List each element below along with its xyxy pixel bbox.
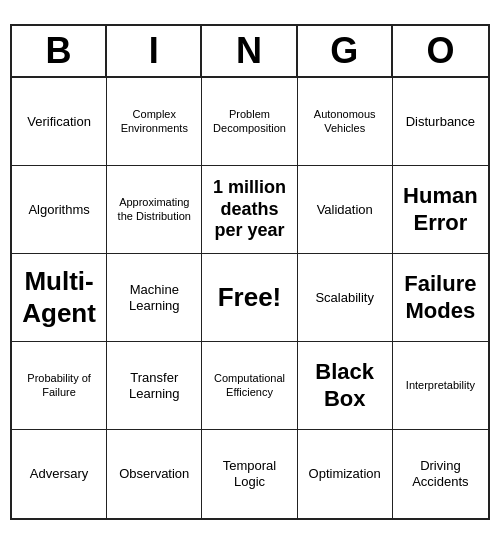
cell-text-6: Approximating the Distribution	[111, 196, 197, 222]
bingo-cell-14[interactable]: Failure Modes	[393, 254, 488, 342]
bingo-cell-4[interactable]: Disturbance	[393, 78, 488, 166]
cell-text-15: Probability of Failure	[16, 372, 102, 398]
bingo-letter-o: O	[393, 26, 488, 76]
bingo-cell-10[interactable]: Multi-Agent	[12, 254, 107, 342]
bingo-cell-21[interactable]: Observation	[107, 430, 202, 518]
bingo-cell-8[interactable]: Validation	[298, 166, 393, 254]
cell-text-14: Failure Modes	[397, 271, 484, 324]
cell-text-11: Machine Learning	[111, 282, 197, 313]
bingo-cell-17[interactable]: Computational Efficiency	[202, 342, 297, 430]
bingo-cell-0[interactable]: Verification	[12, 78, 107, 166]
bingo-cell-2[interactable]: Problem Decomposition	[202, 78, 297, 166]
cell-text-3: Autonomous Vehicles	[302, 108, 388, 134]
bingo-cell-12[interactable]: Free!	[202, 254, 297, 342]
cell-text-9: Human Error	[397, 183, 484, 236]
cell-text-23: Optimization	[309, 466, 381, 482]
cell-text-24: Driving Accidents	[397, 458, 484, 489]
cell-text-20: Adversary	[30, 466, 89, 482]
bingo-cell-23[interactable]: Optimization	[298, 430, 393, 518]
bingo-letter-i: I	[107, 26, 202, 76]
cell-text-16: Transfer Learning	[111, 370, 197, 401]
cell-text-0: Verification	[27, 114, 91, 130]
bingo-cell-7[interactable]: 1 million deaths per year	[202, 166, 297, 254]
cell-text-21: Observation	[119, 466, 189, 482]
bingo-cell-9[interactable]: Human Error	[393, 166, 488, 254]
cell-text-4: Disturbance	[406, 114, 475, 130]
cell-text-2: Problem Decomposition	[206, 108, 292, 134]
bingo-cell-24[interactable]: Driving Accidents	[393, 430, 488, 518]
bingo-letter-b: B	[12, 26, 107, 76]
bingo-grid: VerificationComplex EnvironmentsProblem …	[12, 78, 488, 518]
bingo-letter-g: G	[298, 26, 393, 76]
bingo-card: BINGO VerificationComplex EnvironmentsPr…	[10, 24, 490, 520]
bingo-cell-6[interactable]: Approximating the Distribution	[107, 166, 202, 254]
bingo-cell-16[interactable]: Transfer Learning	[107, 342, 202, 430]
bingo-cell-13[interactable]: Scalability	[298, 254, 393, 342]
cell-text-18: Black Box	[302, 359, 388, 412]
bingo-cell-18[interactable]: Black Box	[298, 342, 393, 430]
cell-text-13: Scalability	[315, 290, 374, 306]
cell-text-5: Algorithms	[28, 202, 89, 218]
bingo-cell-19[interactable]: Interpretability	[393, 342, 488, 430]
bingo-cell-1[interactable]: Complex Environments	[107, 78, 202, 166]
cell-text-7: 1 million deaths per year	[206, 177, 292, 242]
bingo-cell-15[interactable]: Probability of Failure	[12, 342, 107, 430]
bingo-cell-22[interactable]: Temporal Logic	[202, 430, 297, 518]
cell-text-10: Multi-Agent	[16, 266, 102, 328]
cell-text-17: Computational Efficiency	[206, 372, 292, 398]
bingo-cell-11[interactable]: Machine Learning	[107, 254, 202, 342]
cell-text-8: Validation	[317, 202, 373, 218]
bingo-cell-20[interactable]: Adversary	[12, 430, 107, 518]
bingo-header: BINGO	[12, 26, 488, 78]
bingo-letter-n: N	[202, 26, 297, 76]
cell-text-1: Complex Environments	[111, 108, 197, 134]
bingo-cell-3[interactable]: Autonomous Vehicles	[298, 78, 393, 166]
bingo-cell-5[interactable]: Algorithms	[12, 166, 107, 254]
cell-text-12: Free!	[218, 282, 282, 313]
cell-text-19: Interpretability	[406, 379, 475, 392]
cell-text-22: Temporal Logic	[206, 458, 292, 489]
